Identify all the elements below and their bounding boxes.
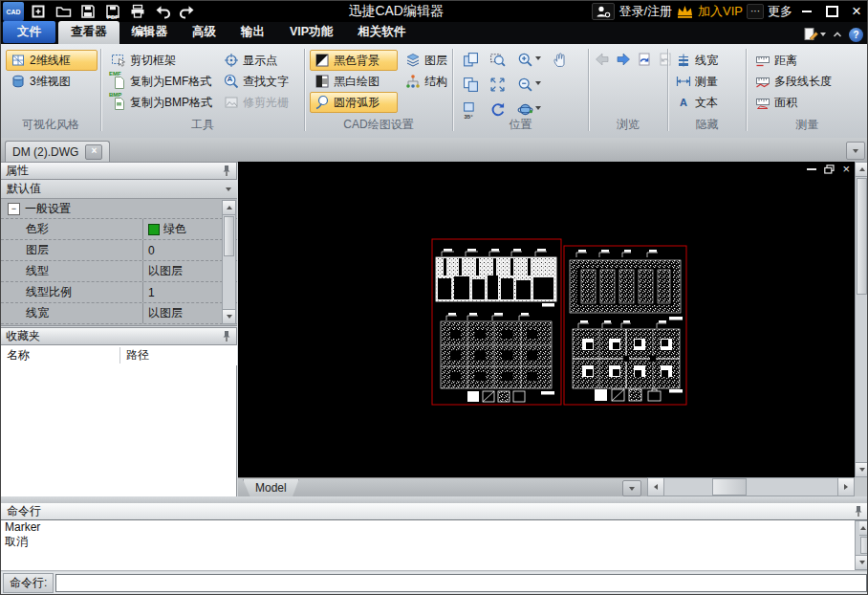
redo-button[interactable] xyxy=(175,2,200,21)
canvas-close-button[interactable]: × xyxy=(842,165,850,174)
more-dots-icon[interactable]: ··· xyxy=(747,4,764,19)
position-btn-pan[interactable] xyxy=(550,50,571,69)
ribbon-btn-bw-drawing[interactable]: 黑白绘图 xyxy=(310,71,398,92)
tab-close-icon[interactable]: × xyxy=(85,144,102,160)
scroll-thumb[interactable] xyxy=(857,178,867,295)
scroll-down-button[interactable] xyxy=(223,309,235,323)
browse-btn-forward[interactable] xyxy=(613,50,634,69)
position-btn-zoom-window[interactable] xyxy=(487,50,508,69)
position-btn-copy-view[interactable] xyxy=(460,50,481,69)
more-link[interactable]: 更多 xyxy=(768,3,792,20)
open-file-button[interactable] xyxy=(51,2,76,21)
browse-btn-previous-view[interactable] xyxy=(634,50,655,69)
properties-scrollbar[interactable] xyxy=(222,200,236,324)
measure-btn-distance[interactable]: 距离 xyxy=(750,50,802,71)
login-register-link[interactable]: 登录/注册 xyxy=(618,3,672,20)
properties-preset-dropdown[interactable]: 默认值 xyxy=(1,180,237,199)
model-tab[interactable]: Model xyxy=(243,479,299,497)
document-tab[interactable]: DM (2).DWG × xyxy=(5,141,110,162)
collapse-ribbon-button[interactable] xyxy=(832,30,843,39)
favorites-path-column[interactable]: 路径 xyxy=(120,347,149,364)
maximize-button[interactable] xyxy=(821,3,842,20)
position-btn-paste-view[interactable] xyxy=(460,75,481,94)
position-btn-rotate-view[interactable] xyxy=(487,99,508,119)
measure-btn-area[interactable]: 面积 xyxy=(750,92,802,113)
measure-btn-polyline-length[interactable]: 多段线长度 xyxy=(750,71,836,92)
save-button[interactable] xyxy=(76,2,100,21)
position-btn-3d-orbit[interactable] xyxy=(514,99,535,119)
scroll-down-button[interactable] xyxy=(856,462,868,476)
close-button[interactable]: × xyxy=(846,3,867,20)
ribbon-btn-copy-bmp[interactable]: BMP 复制为BMP格式 xyxy=(106,92,217,113)
scroll-left-button[interactable] xyxy=(648,478,664,496)
model-bar-dropdown-button[interactable] xyxy=(622,480,641,496)
property-row[interactable]: 色彩 绿色 xyxy=(1,219,237,240)
property-row[interactable]: 线型 以图层 xyxy=(1,261,237,282)
menu-advanced[interactable]: 高级 xyxy=(180,21,228,44)
canvas-vertical-scrollbar[interactable] xyxy=(855,162,868,477)
help-button[interactable]: ? xyxy=(849,28,863,42)
zoom-in-dropdown-arrow[interactable] xyxy=(535,56,541,60)
minimize-button[interactable] xyxy=(796,3,817,20)
ribbon-btn-structure[interactable]: 结构 xyxy=(401,71,452,92)
ribbon-btn-2d-wireframe[interactable]: 2维线框 xyxy=(6,50,98,71)
ribbon-btn-layers[interactable]: 图层 xyxy=(401,50,452,71)
cad-canvas[interactable]: × xyxy=(238,162,855,477)
menu-editor[interactable]: 编辑器 xyxy=(119,21,181,44)
canvas-restore-button[interactable] xyxy=(824,165,835,174)
scroll-thumb[interactable] xyxy=(860,537,868,554)
ribbon-btn-copy-emf[interactable]: EMF 复制为EMF格式 xyxy=(106,71,216,92)
position-btn-zoom-extents[interactable] xyxy=(487,75,508,94)
scroll-thumb[interactable] xyxy=(224,216,234,256)
tabbar-dropdown-button[interactable] xyxy=(846,142,865,160)
menu-vip[interactable]: VIP功能 xyxy=(277,21,345,44)
scroll-right-button[interactable] xyxy=(837,478,854,496)
ribbon-btn-find-text[interactable]: A 查找文字 xyxy=(219,71,293,92)
property-row[interactable]: 图层 0 xyxy=(1,240,237,261)
ribbon-btn-black-bg[interactable]: 黑色背景 xyxy=(310,50,398,71)
pin-icon[interactable] xyxy=(854,505,863,518)
canvas-horizontal-scrollbar[interactable] xyxy=(647,477,855,496)
favorites-list[interactable] xyxy=(1,365,237,496)
print-button[interactable] xyxy=(125,2,150,21)
pin-icon[interactable] xyxy=(222,165,231,178)
join-vip-link[interactable]: 加入VIP xyxy=(698,3,743,20)
ribbon-btn-smooth-arc[interactable]: 圆滑弧形 xyxy=(310,92,398,113)
ribbon-btn-show-point[interactable]: 显示点 xyxy=(219,50,282,71)
position-btn-rotate-35[interactable]: 35° xyxy=(460,99,481,119)
command-history-scrollbar[interactable] xyxy=(855,520,868,570)
scroll-down-button[interactable] xyxy=(856,555,868,569)
menu-file[interactable]: 文件 xyxy=(3,21,55,43)
app-logo-icon[interactable]: CAD xyxy=(3,2,24,21)
ribbon-btn-cut-frame[interactable]: 剪切框架 xyxy=(106,50,181,71)
menu-related[interactable]: 相关软件 xyxy=(345,21,418,44)
zoom-out-dropdown-arrow[interactable] xyxy=(535,81,541,85)
command-input[interactable] xyxy=(55,574,867,592)
pin-icon[interactable] xyxy=(222,330,231,343)
scroll-up-button[interactable] xyxy=(223,201,235,215)
canvas-minimize-button[interactable] xyxy=(807,168,816,170)
undo-button[interactable] xyxy=(150,2,175,21)
property-row[interactable]: 线型比例 1 xyxy=(1,282,237,303)
property-group-row[interactable]: − 一般设置 xyxy=(1,199,237,219)
new-file-button[interactable] xyxy=(26,2,51,21)
hide-btn-measure[interactable]: 测量 xyxy=(671,71,723,92)
scroll-up-button[interactable] xyxy=(856,163,868,177)
ribbon-btn-3d-view[interactable]: 3维视图 xyxy=(6,71,98,92)
collapse-minus-icon[interactable]: − xyxy=(8,203,20,215)
user-icon[interactable] xyxy=(592,3,615,20)
hide-btn-text[interactable]: A 文本 xyxy=(671,92,723,113)
property-row[interactable]: 线宽 以图层 xyxy=(1,303,237,324)
hide-btn-linewidth[interactable]: 线宽 xyxy=(671,50,723,71)
position-btn-zoom-in[interactable] xyxy=(514,50,535,69)
scroll-up-button[interactable] xyxy=(859,521,867,536)
save-as-pdf-button[interactable]: PDF xyxy=(100,2,125,21)
command-history[interactable]: Marker 取消 xyxy=(1,520,868,571)
scroll-thumb[interactable] xyxy=(712,478,747,496)
menu-output[interactable]: 输出 xyxy=(228,21,277,44)
menu-viewer[interactable]: 查看器 xyxy=(58,21,119,44)
favorites-name-column[interactable]: 名称 xyxy=(1,347,120,364)
position-btn-zoom-out[interactable] xyxy=(514,75,535,94)
orbit-dropdown-arrow[interactable] xyxy=(535,106,541,110)
annotate-button[interactable] xyxy=(803,27,826,42)
